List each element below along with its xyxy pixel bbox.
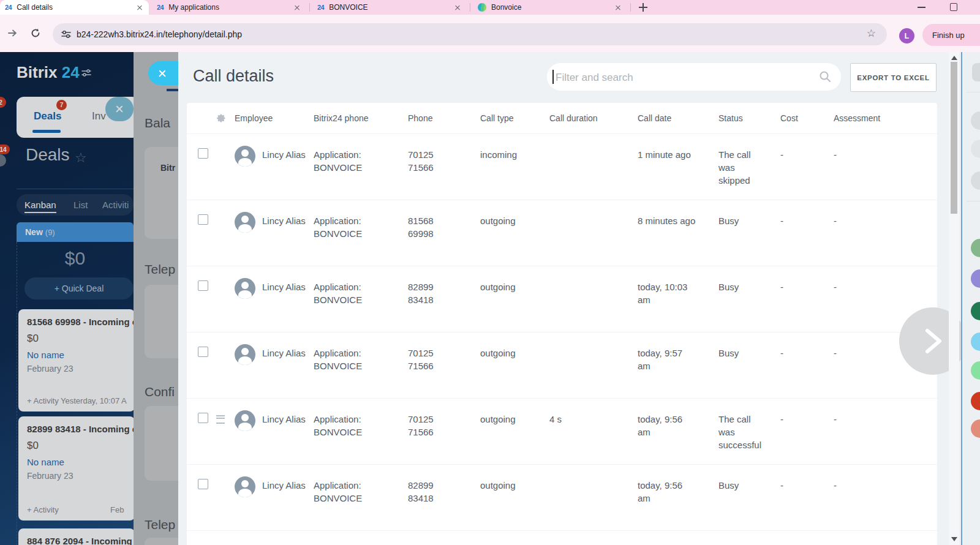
export-to-excel-button[interactable]: EXPORT TO EXCEL bbox=[850, 63, 937, 92]
bitrix-sidebar: Bitrix 24 2 14 Deals 7 Inv Deals ☆ Kanba… bbox=[0, 52, 134, 545]
cell-status: Busy bbox=[718, 266, 780, 293]
url-text[interactable]: b24-222wh3.bitrix24.in/telephony/detail.… bbox=[77, 29, 242, 39]
reload-icon[interactable] bbox=[26, 23, 45, 43]
forward-icon[interactable] bbox=[2, 23, 22, 43]
close-tab-icon[interactable] bbox=[453, 3, 462, 12]
bookmark-star-icon[interactable]: ☆ bbox=[867, 27, 876, 40]
cell-call-date: today, 9:56 am bbox=[638, 465, 718, 505]
tab-title: Call details bbox=[17, 3, 130, 12]
cell-employee[interactable]: Lincy Alias bbox=[262, 333, 314, 359]
channel-icon-dark-green[interactable] bbox=[971, 302, 980, 320]
row-checkbox[interactable] bbox=[198, 214, 208, 225]
column-header-call-date[interactable]: Call date bbox=[638, 113, 718, 123]
search-icon[interactable] bbox=[819, 70, 831, 85]
address-bar[interactable]: b24-222wh3.bitrix24.in/telephony/detail.… bbox=[53, 23, 887, 45]
cell-phone[interactable]: 82899 83418 bbox=[408, 266, 480, 306]
table-row[interactable]: Lincy Alias Application: BONVOICE 82899 … bbox=[187, 266, 937, 333]
restore-window-icon[interactable] bbox=[950, 3, 957, 11]
dim-overlay bbox=[0, 52, 134, 545]
tab-bonvoice[interactable]: Bonvoice bbox=[473, 0, 627, 15]
scrollbar-thumb[interactable] bbox=[951, 62, 957, 214]
call-details-table: Employee Bitrix24 phone Phone Call type … bbox=[187, 103, 937, 545]
cell-call-duration bbox=[549, 266, 638, 280]
cell-status: Busy bbox=[718, 465, 780, 492]
employee-avatar bbox=[235, 344, 255, 365]
cell-cost: - bbox=[780, 134, 834, 161]
column-header-phone[interactable]: Phone bbox=[408, 113, 480, 123]
minimize-window-icon[interactable] bbox=[918, 7, 925, 8]
cell-phone[interactable]: 70125 71566 bbox=[408, 333, 480, 372]
column-header-call-type[interactable]: Call type bbox=[480, 113, 549, 123]
slider-close-button[interactable] bbox=[148, 61, 178, 85]
row-checkbox[interactable] bbox=[198, 148, 208, 159]
row-checkbox[interactable] bbox=[198, 347, 208, 357]
finish-up-button[interactable]: Finish up bbox=[922, 24, 980, 46]
row-checkbox[interactable] bbox=[198, 280, 208, 291]
channel-icon-salmon[interactable] bbox=[971, 419, 980, 438]
scroll-up-icon[interactable] bbox=[951, 56, 957, 60]
site-settings-icon[interactable] bbox=[61, 29, 72, 40]
cell-employee[interactable]: Lincy Alias bbox=[262, 465, 314, 492]
cell-call-type: outgoing bbox=[480, 200, 549, 227]
cell-call-date: today, 9:56 am bbox=[638, 399, 718, 438]
contact-avatar-1[interactable] bbox=[971, 111, 980, 130]
table-body: Lincy Alias Application: BONVOICE 70125 … bbox=[187, 134, 937, 531]
cell-call-type: incoming bbox=[480, 134, 549, 161]
close-tab-icon[interactable] bbox=[614, 3, 622, 12]
column-header-assessment[interactable]: Assessment bbox=[834, 113, 925, 123]
tab-bonvoice-b24[interactable]: 24 BONVOICE bbox=[312, 0, 467, 15]
channel-icon-purple[interactable] bbox=[971, 269, 980, 288]
scroll-down-icon[interactable] bbox=[951, 537, 957, 541]
cell-employee[interactable]: Lincy Alias bbox=[262, 134, 314, 161]
cell-cost: - bbox=[780, 333, 834, 359]
table-row[interactable]: Lincy Alias Application: BONVOICE 70125 … bbox=[187, 134, 937, 200]
table-row[interactable]: Lincy Alias Application: BONVOICE 82899 … bbox=[187, 465, 937, 531]
new-tab-icon[interactable] bbox=[638, 2, 648, 12]
column-header-status[interactable]: Status bbox=[718, 113, 780, 123]
right-widget-bar bbox=[962, 52, 980, 545]
table-row[interactable]: Lincy Alias Application: BONVOICE 81568 … bbox=[187, 200, 937, 266]
column-header-call-duration[interactable]: Call duration bbox=[549, 113, 638, 123]
table-settings-gear-icon[interactable] bbox=[216, 113, 226, 123]
row-checkbox[interactable] bbox=[198, 413, 208, 423]
cell-employee[interactable]: Lincy Alias bbox=[262, 399, 314, 426]
vertical-scrollbar[interactable] bbox=[949, 52, 959, 545]
filter-search-box[interactable] bbox=[547, 63, 841, 91]
cell-phone[interactable]: 70125 71566 bbox=[408, 399, 480, 438]
drag-handle-icon[interactable] bbox=[216, 415, 225, 424]
channel-icon-light-blue[interactable] bbox=[971, 333, 980, 351]
close-tab-icon[interactable] bbox=[293, 3, 301, 12]
channel-icon-green[interactable] bbox=[971, 239, 980, 257]
widget-collapse-button[interactable] bbox=[972, 63, 980, 81]
contact-avatar-2[interactable] bbox=[971, 140, 980, 158]
cell-phone[interactable]: 82899 83418 bbox=[408, 465, 480, 505]
column-header-bitrix24-phone[interactable]: Bitrix24 phone bbox=[314, 113, 408, 123]
table-row[interactable]: Lincy Alias Application: BONVOICE 70125 … bbox=[187, 333, 937, 399]
divider bbox=[967, 201, 980, 201]
column-header-employee[interactable]: Employee bbox=[235, 113, 314, 123]
cell-status: Busy bbox=[718, 200, 780, 227]
search-input[interactable] bbox=[554, 68, 802, 87]
table-header-row: Employee Bitrix24 phone Phone Call type … bbox=[187, 103, 937, 134]
column-header-cost[interactable]: Cost bbox=[780, 113, 834, 123]
cell-call-type: outgoing bbox=[480, 399, 549, 426]
tab-title: Bonvoice bbox=[491, 3, 609, 12]
table-row[interactable]: Lincy Alias Application: BONVOICE 70125 … bbox=[187, 399, 937, 465]
row-checkbox[interactable] bbox=[198, 479, 208, 489]
cell-status: The call was skipped bbox=[718, 134, 780, 187]
tab-my-applications[interactable]: 24 My applications bbox=[152, 0, 306, 15]
channel-icon-light-green[interactable] bbox=[971, 361, 980, 380]
cell-call-duration bbox=[549, 200, 638, 214]
close-tab-icon[interactable] bbox=[135, 3, 144, 12]
cell-employee[interactable]: Lincy Alias bbox=[262, 266, 314, 293]
cell-phone[interactable]: 70125 71566 bbox=[408, 134, 480, 174]
contact-avatar-3[interactable] bbox=[971, 171, 980, 190]
cell-phone[interactable]: 81568 69998 bbox=[408, 200, 480, 240]
cell-call-date: today, 10:03 am bbox=[638, 266, 718, 306]
cell-bitrix24-phone: Application: BONVOICE bbox=[314, 266, 408, 306]
channel-icon-red[interactable] bbox=[971, 392, 980, 410]
slider-close-underline bbox=[167, 89, 178, 91]
cell-employee[interactable]: Lincy Alias bbox=[262, 200, 314, 227]
tab-call-details[interactable]: 24 Call details bbox=[0, 0, 149, 15]
profile-avatar[interactable]: L bbox=[899, 28, 914, 43]
